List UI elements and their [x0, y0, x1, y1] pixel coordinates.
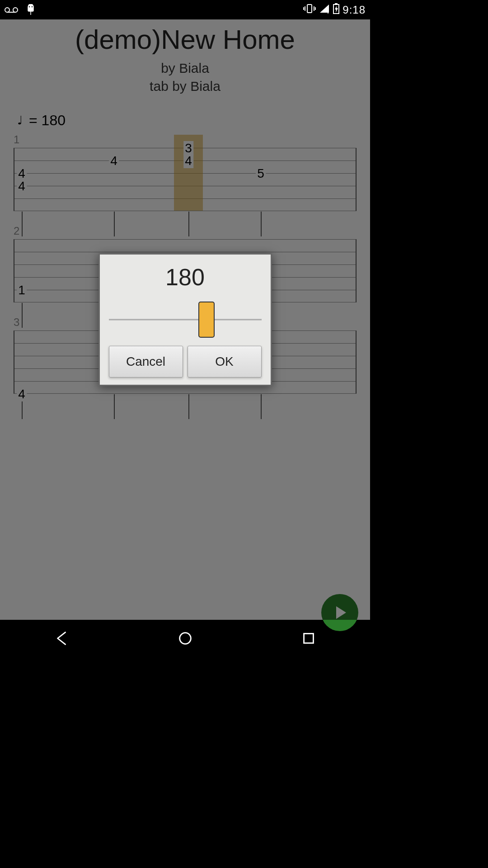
svg-rect-5 [307, 5, 312, 13]
tempo-dialog-value: 180 [103, 258, 267, 296]
signal-icon: ! [319, 4, 330, 16]
svg-point-0 [5, 8, 9, 12]
svg-rect-10 [304, 633, 313, 643]
vibrate-icon [303, 4, 316, 16]
svg-point-1 [13, 8, 18, 12]
status-bar: ! 9:18 [0, 0, 370, 19]
android-debug-icon [26, 4, 35, 16]
svg-point-4 [32, 6, 33, 7]
svg-text:!: ! [327, 9, 329, 14]
nav-bar [0, 620, 370, 658]
nav-back[interactable] [53, 630, 70, 649]
slider-track-line [109, 319, 262, 321]
svg-point-9 [179, 632, 191, 644]
tempo-slider[interactable] [109, 302, 262, 338]
nav-recent[interactable] [300, 630, 317, 649]
cancel-button[interactable]: Cancel [109, 346, 183, 377]
status-time: 9:18 [343, 4, 366, 16]
svg-rect-8 [335, 3, 338, 5]
tempo-dialog: 180 Cancel OK [99, 253, 272, 386]
svg-point-3 [29, 6, 30, 7]
battery-charging-icon [333, 3, 340, 17]
slider-thumb[interactable] [198, 302, 215, 338]
nav-home[interactable] [177, 630, 194, 649]
ok-button[interactable]: OK [188, 346, 262, 377]
voicemail-icon [5, 6, 18, 14]
